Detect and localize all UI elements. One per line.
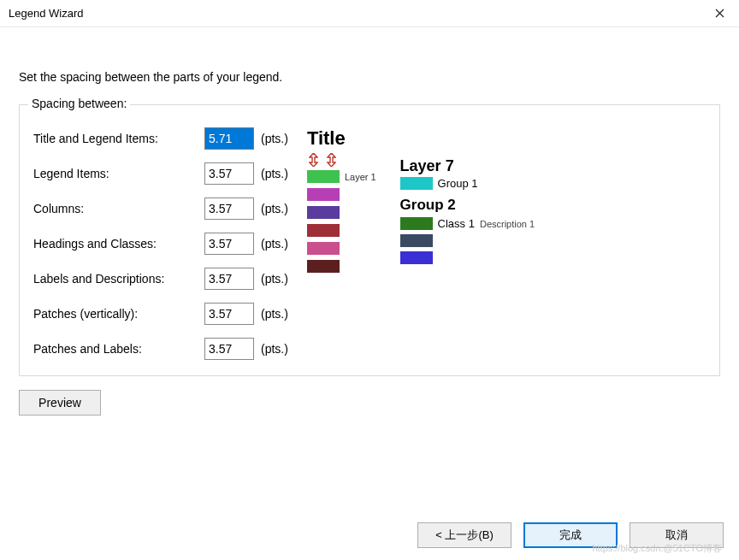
spacing-fieldset: Spacing between: Title and Legend Items:… xyxy=(19,104,720,376)
swatch-group1: Group 1 xyxy=(400,177,535,190)
finish-button[interactable]: 完成 xyxy=(523,522,618,548)
units-title-items: (pts.) xyxy=(261,132,288,145)
swatch-class1: Class 1 Description 1 xyxy=(400,217,535,230)
preview-col1: Title Layer 1 xyxy=(307,127,376,360)
color-swatch xyxy=(400,177,433,190)
row-legend-items: Legend Items: (pts.) xyxy=(33,162,288,185)
input-headings[interactable] xyxy=(204,233,254,255)
preview-desc1: Description 1 xyxy=(480,219,535,229)
color-swatch xyxy=(307,224,340,237)
color-swatch xyxy=(307,170,340,183)
cancel-button[interactable]: 取消 xyxy=(630,522,724,548)
color-swatch xyxy=(400,251,433,264)
preview-group1: Group 1 xyxy=(438,177,478,190)
units-headings: (pts.) xyxy=(261,237,288,251)
footer: < 上一步(B) 完成 取消 xyxy=(417,522,724,548)
preview-diagram: Title Layer 1 xyxy=(307,127,535,360)
label-columns: Columns: xyxy=(33,202,204,215)
arrows-group xyxy=(309,153,376,167)
color-swatch xyxy=(400,234,433,247)
titlebar: Legend Wizard xyxy=(0,0,739,27)
row-title-items: Title and Legend Items: (pts.) xyxy=(33,127,288,150)
input-columns[interactable] xyxy=(204,197,254,220)
preview-group2: Group 2 xyxy=(400,197,535,214)
units-patches-labels: (pts.) xyxy=(261,342,288,356)
label-headings: Headings and Classes: xyxy=(33,237,204,251)
row-labels-desc: Labels and Descriptions: (pts.) xyxy=(33,268,288,290)
label-legend-items: Legend Items: xyxy=(33,167,204,180)
row-headings: Headings and Classes: (pts.) xyxy=(33,233,288,255)
color-swatch xyxy=(307,206,340,219)
color-swatch xyxy=(400,217,433,230)
units-columns: (pts.) xyxy=(261,202,288,215)
fieldset-legend: Spacing between: xyxy=(28,97,130,110)
back-button[interactable]: < 上一步(B) xyxy=(417,522,511,548)
updown-arrow-icon xyxy=(309,153,318,167)
label-patches-labels: Patches and Labels: xyxy=(33,342,204,356)
input-legend-items[interactable] xyxy=(204,162,254,185)
swatch-pink xyxy=(307,242,376,255)
swatch-maroon xyxy=(307,260,376,273)
row-patches-labels: Patches and Labels: (pts.) xyxy=(33,338,288,360)
swatch-layer1: Layer 1 xyxy=(307,170,376,183)
units-labels-desc: (pts.) xyxy=(261,272,288,286)
label-title-items: Title and Legend Items: xyxy=(33,132,204,145)
color-swatch xyxy=(307,188,340,201)
input-patches-labels[interactable] xyxy=(204,338,254,360)
preview-col2: Layer 7 Group 1 Group 2 Class 1 Descript… xyxy=(400,127,535,360)
row-patches-v: Patches (vertically): (pts.) xyxy=(33,303,288,325)
preview-layer1: Layer 1 xyxy=(345,172,376,182)
input-title-items[interactable] xyxy=(204,127,254,150)
close-icon[interactable] xyxy=(700,0,739,27)
window-title: Legend Wizard xyxy=(9,7,700,20)
instruction-text: Set the spacing between the parts of you… xyxy=(19,70,720,84)
preview-button[interactable]: Preview xyxy=(19,390,101,416)
content: Set the spacing between the parts of you… xyxy=(0,27,739,416)
label-labels-desc: Labels and Descriptions: xyxy=(33,272,204,286)
input-patches-v[interactable] xyxy=(204,303,254,325)
input-labels-desc[interactable] xyxy=(204,268,254,290)
label-patches-v: Patches (vertically): xyxy=(33,307,204,321)
updown-arrow-icon xyxy=(327,153,336,167)
units-legend-items: (pts.) xyxy=(261,167,288,180)
preview-class1: Class 1 xyxy=(438,217,475,230)
swatch-purple xyxy=(307,206,376,219)
units-patches-v: (pts.) xyxy=(261,307,288,321)
swatch-navy xyxy=(400,234,535,247)
swatch-magenta xyxy=(307,188,376,201)
color-swatch xyxy=(307,260,340,273)
preview-title: Title xyxy=(307,127,376,150)
color-swatch xyxy=(307,242,340,255)
row-columns: Columns: (pts.) xyxy=(33,197,288,220)
preview-layer7: Layer 7 xyxy=(400,157,535,175)
swatch-blue xyxy=(400,251,535,264)
swatch-dkred xyxy=(307,224,376,237)
